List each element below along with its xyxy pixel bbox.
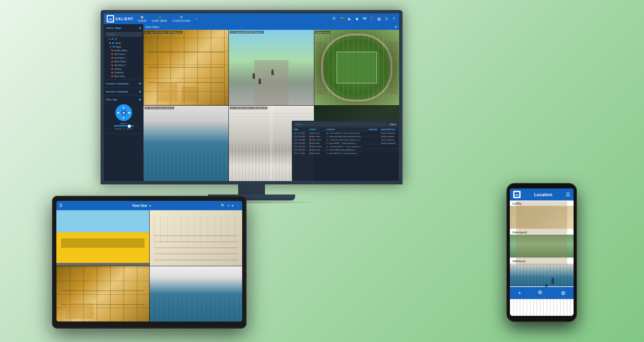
- phone-settings-button[interactable]: ⚙: [561, 290, 566, 296]
- event-camera: 19 - Axis Q6000-T1 (aem.salentsys.co: [325, 131, 367, 135]
- event-server: [367, 141, 380, 145]
- nav-live-view[interactable]: 📹 LIVE VIEW: [152, 15, 167, 22]
- phone-wrapper: Location ☰ Lobby: [506, 183, 577, 322]
- nav-search-icon[interactable]: 🔍: [332, 16, 337, 21]
- salient-logo-icon: [107, 15, 114, 22]
- ptz-home-icon[interactable]: 🏠: [121, 110, 126, 115]
- sidebar-item-hq3[interactable]: HQ Floor 3: [104, 63, 143, 67]
- nav-camera-icon[interactable]: 📷: [339, 16, 345, 21]
- event-time: 13:47:18 AM: [292, 141, 308, 145]
- cafeteria-cam-thumb: [510, 264, 574, 286]
- sidebar-item-hq2[interactable]: HQ Floor 2: [104, 56, 143, 60]
- phone-add-button[interactable]: +: [518, 290, 521, 296]
- nav-home[interactable]: 🏠 HOME: [138, 15, 147, 22]
- tablet-menu-icon[interactable]: ☰: [59, 203, 63, 208]
- views-status-dot: [112, 42, 114, 44]
- tablet-cam-cafeteria: [150, 266, 243, 322]
- event-table-row: 13:47:18 AM Motion End 2 - Axis P1353 at…: [292, 148, 399, 152]
- event-type: Alarm End: [308, 138, 325, 141]
- event-desc: Alarm Stopped: [380, 138, 399, 141]
- ptz-pad[interactable]: ▲ ▼ ◀ ▶ 🏠: [115, 104, 132, 121]
- event-time: 13:47:18 AM: [292, 145, 308, 148]
- sidebar-servers-header: Servers / Cameras ⊕: [104, 89, 143, 94]
- shelf-line-2: [148, 67, 224, 68]
- tablet-nav-icons: 🔍 + ≡ ⋮: [221, 204, 239, 208]
- tablet-search-icon[interactable]: 🔍: [221, 204, 225, 208]
- event-type: Motion End: [308, 141, 325, 145]
- phone-menu-icon[interactable]: ☰: [566, 192, 570, 197]
- nav-location-icon[interactable]: 📍: [369, 16, 374, 21]
- event-table-row: 13:47:23 AM Alarm End 11 - Samsung SNV (…: [292, 138, 399, 141]
- nav-help-icon[interactable]: ?: [391, 16, 396, 21]
- nav-record-icon[interactable]: ⏺: [354, 16, 360, 21]
- nav-grid-icon[interactable]: ▦: [376, 16, 382, 21]
- maps-status-dot: [113, 46, 114, 48]
- sidebar-item-back[interactable]: Back Area: [104, 74, 143, 78]
- sidebar-custom-section: Custom / Favorites ⊕: [104, 80, 143, 88]
- event-desc: [380, 152, 399, 155]
- phone-list-item-lobby[interactable]: Lobby: [510, 201, 574, 229]
- col-event: EVENT: [308, 128, 325, 131]
- tablet-list-icon[interactable]: ≡: [232, 204, 234, 208]
- tablet-cell-2: [150, 210, 243, 266]
- cam-feed-outdoor: [229, 30, 314, 105]
- event-panel: Clear TIME EVENT CAMERA SERVER: [292, 121, 399, 181]
- phone-bottom-bar: + 🔍 ⚙: [510, 287, 574, 299]
- ptz-up-icon[interactable]: ▲: [122, 106, 125, 109]
- tablet-cell-1: [56, 210, 149, 266]
- sidebar-item-main[interactable]: Main Office: [104, 60, 143, 63]
- phone-header: Location ☰: [510, 188, 574, 201]
- event-server: [367, 135, 380, 138]
- event-time: 13:47:17 AM: [292, 152, 308, 155]
- tablet-add-icon[interactable]: +: [227, 204, 229, 208]
- event-table-row: 13:47:18 AM Alarm Start 11 - Samsung SNV…: [292, 145, 399, 148]
- ptz-right-icon[interactable]: ▶: [128, 111, 131, 114]
- event-search-input[interactable]: [294, 122, 387, 126]
- lobby-cam-feed: [510, 206, 574, 229]
- sidebar-item-tx[interactable]: ▼ TX: [104, 37, 143, 41]
- event-time: 13:47:23 AM: [292, 135, 308, 138]
- panel-close-button[interactable]: ✕: [394, 25, 397, 29]
- cafeteria-seats: [144, 151, 228, 181]
- nav-bar: SALIENT 🏠 HOME 📹 LIVE VIEW ⚙ CONFIGURE: [104, 13, 399, 24]
- sidebar-item-hq1[interactable]: HQ Floor 1: [104, 52, 143, 56]
- ptz-down-icon[interactable]: ▼: [122, 116, 125, 120]
- nav-icon-bar: 🔍 📷 ▶ ⏺ 🗺 📍 ▦ ↻ ?: [332, 16, 396, 21]
- tablet-more-icon[interactable]: ⋮: [236, 204, 239, 208]
- sidebar-item-library[interactable]: Library: [104, 67, 143, 71]
- sidebar-item-austin[interactable]: Austin Office: [104, 49, 143, 52]
- sidebar-item-cafeteria[interactable]: Cafeteria: [104, 71, 143, 74]
- lobby-cam-thumb: [510, 206, 574, 229]
- ptz-home-preset[interactable]: Home: [126, 128, 132, 130]
- tablet-dropdown-icon[interactable]: ▼: [149, 205, 151, 208]
- sidebar-views-maps-expand[interactable]: ⊕: [139, 26, 141, 30]
- sidebar-servers-expand[interactable]: ⊕: [139, 90, 141, 93]
- sidebar-ptz-expand[interactable]: ⊕: [139, 98, 141, 101]
- nav-configure[interactable]: ⚙ CONFIGURE: [172, 15, 191, 22]
- tx-status-dot: [111, 38, 113, 40]
- event-camera: 4 - Axis M3301 - r dev.salentsys.c: [325, 141, 367, 145]
- event-type: Motion End: [308, 148, 325, 152]
- sidebar-item-maps[interactable]: ▼ Maps: [104, 45, 143, 49]
- cam-feed-cafeteria: [144, 106, 228, 181]
- phone-search-button[interactable]: 🔍: [538, 290, 544, 296]
- event-clear-button[interactable]: Clear: [388, 123, 397, 126]
- event-table: TIME EVENT CAMERA SERVER DESCRIPTION 13:…: [292, 128, 399, 155]
- event-desc: Motion Stopped: [380, 141, 399, 145]
- sidebar-item-views[interactable]: ▶ Views: [104, 41, 143, 45]
- nav-add[interactable]: +: [196, 17, 198, 20]
- event-time: 13:47:24 AM: [292, 131, 308, 135]
- sidebar: Views / Maps ⊕ ▼ TX ▶ Views: [104, 24, 144, 181]
- video-panel-header: Main Office ✕: [144, 24, 399, 30]
- nav-refresh-icon[interactable]: ↻: [384, 16, 389, 21]
- event-camera: 11 - Samsung SNV - r aem.salentsys.c: [325, 145, 367, 148]
- ptz-speed-slider[interactable]: [114, 125, 134, 126]
- nav-play-icon[interactable]: ▶: [347, 16, 352, 21]
- sidebar-custom-expand[interactable]: ⊕: [139, 82, 141, 85]
- monitor-neck: [238, 184, 265, 194]
- nav-map-icon[interactable]: 🗺: [362, 16, 367, 21]
- event-table-container[interactable]: TIME EVENT CAMERA SERVER DESCRIPTION 13:…: [292, 128, 399, 155]
- ptz-left-icon[interactable]: ◀: [117, 111, 119, 114]
- sidebar-search-input[interactable]: [105, 32, 142, 37]
- ptz-controls: ▲ ▼ ◀ ▶ 🏠 Speed Preset -: [104, 102, 143, 132]
